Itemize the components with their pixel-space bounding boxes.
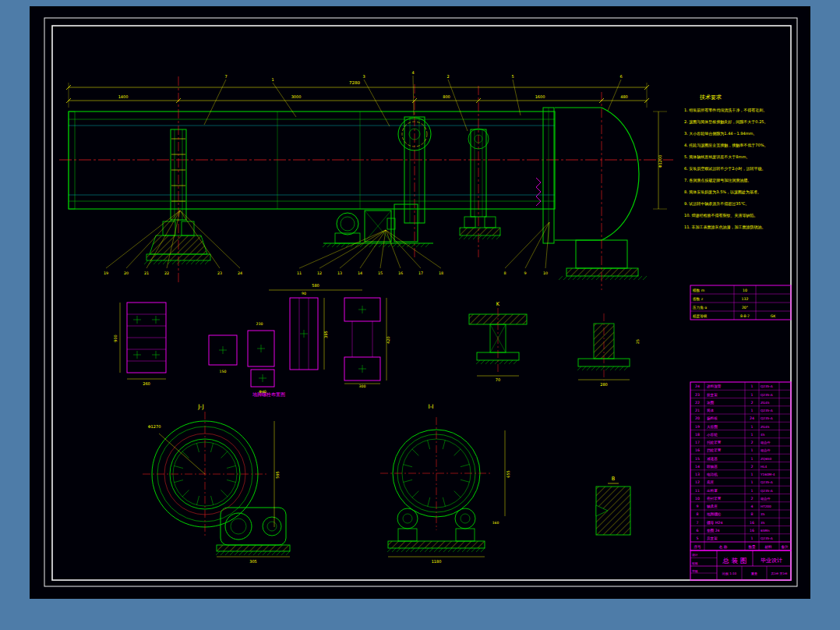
bom-cell-num: 8 xyxy=(697,512,699,516)
dimension-label: Φ1200 xyxy=(658,155,662,168)
bom-cell-name: 筒体 xyxy=(707,409,715,412)
bom-cell-qty: 1 xyxy=(751,448,754,452)
bom-cell-num: 18 xyxy=(695,433,700,437)
foundation-caption: 地脚螺栓布置图 xyxy=(252,391,285,398)
view-label-jj: J-J xyxy=(197,403,203,410)
support-pier xyxy=(150,235,207,254)
bom-header: 名 称 xyxy=(719,545,728,549)
tech-requirement-item: 7. 各润滑点按规定牌号加注润滑油脂。 xyxy=(684,178,751,183)
tech-requirement-item: 2. 滚圈与筒体垫板接触良好，间隙不大于0.25。 xyxy=(684,119,768,125)
callout-number: 22 xyxy=(164,271,169,275)
gear-table-cell: 132 xyxy=(742,297,749,301)
bom-cell-name: 密封装置 xyxy=(707,497,722,501)
dimension-label: 395 xyxy=(323,331,328,338)
bom-cell-qty: 1 xyxy=(751,393,754,397)
gear-table-cell: 模数 m xyxy=(692,288,705,292)
bom-cell-qty: 2 xyxy=(751,465,754,469)
callout-number: 17 xyxy=(418,271,423,275)
support-base-plate xyxy=(460,228,500,235)
bom-cell-material: 35 xyxy=(761,521,765,525)
bom-cell-material: 组合件 xyxy=(761,441,771,444)
callout-number: 8 xyxy=(503,271,506,275)
dimension-label: 7280 xyxy=(349,80,360,85)
bom-cell-num: 19 xyxy=(695,425,700,429)
bom-cell-name: 出料罩 xyxy=(707,489,718,493)
bom-cell-qty: 1 xyxy=(751,472,754,476)
support-base-plate xyxy=(146,254,210,260)
assembly-drawing: 192021222324111213141516171889107134256技… xyxy=(0,0,840,630)
callout-number: 24 xyxy=(238,271,242,275)
callout-number: 11 xyxy=(297,271,302,275)
title-field: 审核 xyxy=(692,569,698,573)
bom-cell-name: 电动机 xyxy=(707,472,718,476)
bom-cell-num: 22 xyxy=(695,401,700,405)
dimension-label: 595 xyxy=(275,471,280,479)
bom-cell-material: 组合件 xyxy=(761,448,771,452)
bom-cell-name: 滚圈 xyxy=(707,401,715,405)
bom-cell-material: ZQ650 xyxy=(761,457,771,461)
tech-requirement-item: 1. 组装前所有零件均须清洗干净，不得有毛刺。 xyxy=(684,108,767,113)
bom-cell-qty: 1 xyxy=(751,480,754,484)
bom-header: 序号 xyxy=(694,545,701,549)
project-name: 毕业设计 xyxy=(761,557,782,564)
bom-cell-num: 11 xyxy=(695,489,700,493)
bom-header: 数量 xyxy=(748,545,756,549)
tech-requirement-item: 6. 安装后空载试运转不少于2小时，运转平稳。 xyxy=(684,166,766,172)
callout-number: 9 xyxy=(524,271,526,275)
drawing-title: 总 装 图 xyxy=(722,557,747,565)
bom-cell-qty: 1 xyxy=(751,457,754,461)
bom-cell-name: 大齿圈 xyxy=(707,425,718,429)
bom-cell-material: Q235-A xyxy=(761,393,773,397)
bom-cell-num: 23 xyxy=(695,393,700,397)
dimension-label: Φ40 xyxy=(259,390,266,394)
tech-requirement-item: 9. 试运转中轴承温升不得超过35℃。 xyxy=(684,201,749,207)
gear-table-cell: 20° xyxy=(742,306,748,310)
bom-cell-material: Y160M-4 xyxy=(760,472,775,476)
bom-cell-name: 底座 xyxy=(707,480,715,484)
bom-cell-material: Q235-A xyxy=(761,480,773,484)
title-field: 校核 xyxy=(691,561,698,565)
bom-cell-qty: 2 xyxy=(751,401,754,405)
bom-cell-qty: 2 xyxy=(751,497,754,501)
dimension-label: 230 xyxy=(256,322,263,326)
callout-number: 5 xyxy=(511,74,514,79)
tech-requirement-item: 4. 托轮与滚圈应全宽接触，接触率不低于70%。 xyxy=(684,143,768,148)
dimension-label: 300 xyxy=(359,384,366,388)
bom-cell-num: 13 xyxy=(695,472,700,476)
dimension-label: 800 xyxy=(443,94,450,99)
title-field: 设计 xyxy=(692,553,698,557)
bom-cell-num: 20 xyxy=(695,416,700,420)
dimension-label: 900 xyxy=(113,334,118,342)
bom-cell-material: Q235-A xyxy=(761,409,773,412)
bom-cell-material: HT200 xyxy=(761,504,771,508)
bom-cell-material: Q235-A xyxy=(761,536,773,540)
bom-cell-qty: 8 xyxy=(751,512,754,516)
dimension-label: 1600 xyxy=(535,94,545,99)
dimension-label: 260 xyxy=(143,381,150,386)
bom-cell-num: 9 xyxy=(697,504,699,508)
dimension-label: 655 xyxy=(506,470,510,478)
gear-table-cell: 压力角 α xyxy=(692,306,707,310)
view-label-b: B xyxy=(612,476,615,482)
bom-cell-num: 12 xyxy=(695,480,700,484)
gear-table-cell: GK xyxy=(771,314,777,318)
bom-cell-num: 5 xyxy=(697,536,699,540)
bom-cell-material: Q235-A xyxy=(761,416,773,420)
view-label-ii: I-I xyxy=(428,403,433,410)
bom-cell-name: 地脚螺栓 xyxy=(706,511,722,517)
bom-cell-material: HL4 xyxy=(761,465,767,469)
bom-cell-material: 35 xyxy=(761,512,765,516)
bom-cell-name: 减速器 xyxy=(707,457,718,461)
dimension-label: 420 xyxy=(386,336,390,344)
tech-requirement-item: 8. 筒体安装斜度为3.5%，以滚圈处为基准。 xyxy=(684,189,761,195)
bom-cell-qty: 16 xyxy=(750,521,754,525)
bom-cell-num: 21 xyxy=(695,409,700,412)
bom-cell-material: 45 xyxy=(761,433,765,437)
callout-number: 19 xyxy=(104,271,108,275)
dimension-label: 90 xyxy=(302,292,306,296)
callout-number: 4 xyxy=(411,70,414,75)
dimension-label: 280 xyxy=(600,382,608,387)
callout-number: 10 xyxy=(543,271,548,275)
tech-requirement-item: 11. 非加工表面涂灰色油漆，加工面涂防锈油。 xyxy=(684,225,766,230)
bom-cell-num: 6 xyxy=(697,529,699,533)
